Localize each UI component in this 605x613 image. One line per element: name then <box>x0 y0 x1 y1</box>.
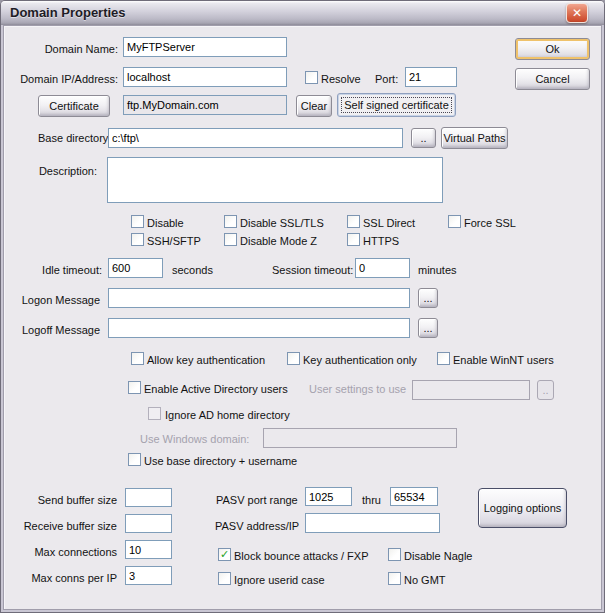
user-settings-browse-button: .. <box>537 380 554 400</box>
pasv-thru-label: thru <box>362 493 381 507</box>
no-gmt-checkbox[interactable] <box>388 572 401 585</box>
session-timeout-input[interactable] <box>355 258 410 278</box>
clear-button[interactable]: Clear <box>296 95 332 117</box>
disable-mode-z-label[interactable]: Disable Mode Z <box>240 234 317 248</box>
pasv-port-to-input[interactable] <box>390 487 438 506</box>
receive-buffer-label: Receive buffer size <box>10 519 117 533</box>
ssh-sftp-label[interactable]: SSH/SFTP <box>147 234 201 248</box>
resolve-label[interactable]: Resolve <box>321 72 361 86</box>
ignore-ad-home-label: Ignore AD home directory <box>165 408 290 422</box>
send-buffer-input[interactable] <box>125 488 172 507</box>
block-bounce-checkbox[interactable]: ✓ <box>218 548 231 561</box>
logoff-message-browse-button[interactable]: ... <box>418 318 438 338</box>
title-bar[interactable]: Domain Properties <box>1 1 604 25</box>
pasv-address-input[interactable] <box>305 513 440 533</box>
domain-ip-label: Domain IP/Address: <box>10 72 118 86</box>
allow-key-auth-label[interactable]: Allow key authentication <box>147 353 265 367</box>
port-label: Port: <box>375 72 398 86</box>
receive-buffer-input[interactable] <box>125 514 172 533</box>
resolve-checkbox[interactable] <box>305 71 318 84</box>
logon-message-label: Logon Message <box>10 293 100 307</box>
disable-checkbox[interactable] <box>131 215 144 228</box>
block-bounce-label[interactable]: Block bounce attacks / FXP <box>234 549 369 563</box>
use-base-username-label[interactable]: Use base directory + username <box>144 454 297 468</box>
logoff-message-label: Logoff Message <box>10 323 100 337</box>
port-input[interactable] <box>405 67 457 87</box>
enable-winnt-checkbox[interactable] <box>437 352 450 365</box>
cancel-button[interactable]: Cancel <box>515 68 590 90</box>
description-textarea[interactable] <box>107 157 443 203</box>
max-connections-label: Max connections <box>10 545 117 559</box>
force-ssl-label[interactable]: Force SSL <box>464 216 516 230</box>
logon-message-browse-button[interactable]: ... <box>418 288 438 308</box>
idle-timeout-unit: seconds <box>172 263 213 277</box>
windows-domain-input <box>263 428 457 448</box>
domain-ip-input[interactable] <box>123 67 287 87</box>
certificate-button[interactable]: Certificate <box>38 95 110 117</box>
description-label: Description: <box>10 164 97 178</box>
max-conns-per-ip-input[interactable] <box>125 566 172 585</box>
idle-timeout-input[interactable] <box>108 258 163 278</box>
enable-winnt-label[interactable]: Enable WinNT users <box>453 353 554 367</box>
ssl-direct-label[interactable]: SSL Direct <box>363 216 415 230</box>
user-settings-input <box>412 380 530 400</box>
https-checkbox[interactable] <box>347 233 360 246</box>
logoff-message-input[interactable] <box>108 318 410 338</box>
disable-nagle-checkbox[interactable] <box>388 548 401 561</box>
force-ssl-checkbox[interactable] <box>448 215 461 228</box>
session-timeout-unit: minutes <box>418 263 457 277</box>
https-label[interactable]: HTTPS <box>363 234 399 248</box>
self-signed-certificate-button[interactable]: Self signed certificate <box>337 93 456 117</box>
key-auth-only-checkbox[interactable] <box>287 352 300 365</box>
logging-options-button[interactable]: Logging options <box>478 488 567 528</box>
close-icon[interactable]: ✕ <box>566 3 588 23</box>
certificate-file-field: ftp.MyDomain.com <box>123 95 287 115</box>
allow-key-auth-checkbox[interactable] <box>131 352 144 365</box>
enable-ad-label[interactable]: Enable Active Directory users <box>144 382 288 396</box>
base-directory-browse-button[interactable]: .. <box>411 128 436 148</box>
send-buffer-label: Send buffer size <box>10 493 117 507</box>
disable-mode-z-checkbox[interactable] <box>224 233 237 246</box>
domain-name-label: Domain Name: <box>10 42 118 56</box>
ignore-ad-home-checkbox <box>148 407 161 420</box>
enable-ad-checkbox[interactable] <box>128 381 141 394</box>
disable-ssl-tls-label[interactable]: Disable SSL/TLS <box>240 216 324 230</box>
base-directory-label: Base directory <box>38 131 108 145</box>
virtual-paths-button[interactable]: Virtual Paths <box>441 127 508 149</box>
logon-message-input[interactable] <box>108 288 410 308</box>
domain-name-input[interactable] <box>123 37 287 57</box>
ignore-userid-case-checkbox[interactable] <box>218 572 231 585</box>
max-conns-per-ip-label: Max conns per IP <box>10 571 117 585</box>
ok-button[interactable]: Ok <box>515 38 590 60</box>
ssl-direct-checkbox[interactable] <box>347 215 360 228</box>
key-auth-only-label[interactable]: Key authentication only <box>303 353 417 367</box>
user-settings-label: User settings to use <box>309 382 406 396</box>
no-gmt-label[interactable]: No GMT <box>404 573 446 587</box>
ignore-userid-case-label[interactable]: Ignore userid case <box>234 573 325 587</box>
pasv-port-range-label: PASV port range <box>216 493 298 507</box>
pasv-port-from-input[interactable] <box>305 487 352 506</box>
ssh-sftp-checkbox[interactable] <box>131 233 144 246</box>
base-directory-input[interactable] <box>108 128 403 148</box>
disable-nagle-label[interactable]: Disable Nagle <box>404 549 472 563</box>
disable-ssl-tls-checkbox[interactable] <box>224 215 237 228</box>
disable-label[interactable]: Disable <box>147 216 184 230</box>
pasv-address-label: PASV address/IP <box>215 519 299 533</box>
check-icon: ✓ <box>220 548 229 560</box>
session-timeout-label: Session timeout: <box>272 263 353 277</box>
dialog-title: Domain Properties <box>10 5 126 20</box>
idle-timeout-label: Idle timeout: <box>10 263 102 277</box>
use-base-username-checkbox[interactable] <box>128 453 141 466</box>
domain-properties-dialog: Domain Properties ✕ Domain Name: Domain … <box>0 0 605 613</box>
windows-domain-label: Use Windows domain: <box>140 432 249 446</box>
max-connections-input[interactable] <box>125 540 172 559</box>
